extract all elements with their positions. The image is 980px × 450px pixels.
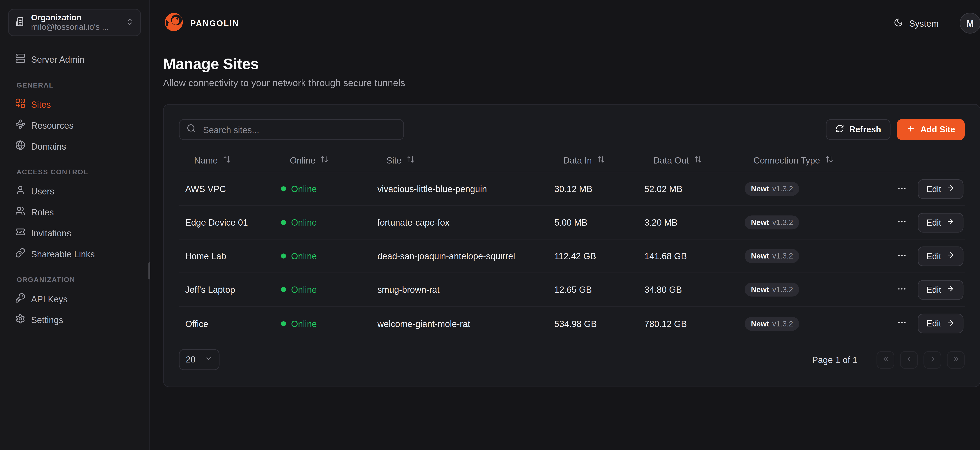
arrow-up-down-icon [321,155,329,165]
section-heading-general: GENERAL [8,80,141,90]
arrow-up-down-icon [694,155,702,165]
app-root: Organization milo@fossorial.io's ... Ser… [0,0,980,450]
sidebar-item-sites[interactable]: Sites [8,94,141,115]
sidebar-section-general: GENERAL Sites Resources [8,80,141,157]
table-row: AWS VPC Online vivacious-little-blue-pen… [179,172,965,206]
gear-icon [15,314,25,326]
sidebar-item-domains[interactable]: Domains [8,136,141,157]
site-name-cell: Home Lab [179,251,275,261]
sidebar-item-server-admin[interactable]: Server Admin [8,49,141,70]
data-in-cell: 534.98 GB [548,318,638,329]
online-status-dot [281,254,286,258]
data-out-cell: 3.20 MB [638,217,738,228]
next-page-button[interactable] [924,351,942,369]
sidebar-item-invitations[interactable]: Invitations [8,222,141,243]
site-name-cell: AWS VPC [179,184,275,194]
site-status-cell: Online [275,184,371,194]
connection-badge: Newt v1.3.2 [745,182,800,196]
data-in-cell: 30.12 MB [548,184,638,194]
theme-toggle[interactable]: System [890,17,943,30]
main-area: PANGOLIN System M Manage Sites Allow con… [150,0,980,450]
arrow-up-down-icon [597,155,605,165]
sidebar-item-resources[interactable]: Resources [8,115,141,136]
site-id-cell: fortunate-cape-fox [371,217,548,228]
connection-type-cell: Newt v1.3.2 [738,317,895,330]
ellipsis-icon [897,216,907,228]
connection-type-cell: Newt v1.3.2 [738,249,895,263]
table-footer: 20 Page 1 of 1 [179,349,965,370]
site-status-cell: Online [275,285,371,295]
user-icon [15,185,25,197]
users-icon [15,206,25,218]
chevrons-right-icon [952,355,960,365]
connection-badge: Newt v1.3.2 [745,215,800,229]
online-status-dot [281,220,286,225]
edit-button[interactable]: Edit [918,179,964,198]
sidebar-item-users[interactable]: Users [8,181,141,201]
arrow-up-down-icon [223,155,231,165]
connection-badge: Newt v1.3.2 [745,249,800,263]
sites-table: Name Online Site Data In [179,149,965,340]
site-id-cell: vivacious-little-blue-penguin [371,184,548,194]
arrow-right-icon [946,318,955,329]
sidebar-item-api-keys[interactable]: API Keys [8,288,141,309]
sidebar-item-roles[interactable]: Roles [8,201,141,222]
column-header-data-out[interactable]: Data Out [638,149,738,171]
table-row: Office Online welcome-giant-mole-rat 534… [179,307,965,340]
row-menu-button[interactable] [895,316,908,331]
data-in-cell: 12.65 GB [548,285,638,295]
online-status-dot [281,321,286,326]
org-selector-value: milo@fossorial.io's ... [31,22,120,32]
column-header-connection-type[interactable]: Connection Type [738,149,895,171]
arrow-right-icon [946,285,955,295]
table-body: AWS VPC Online vivacious-little-blue-pen… [179,172,965,340]
sites-card: Refresh Add Site Name [163,104,980,387]
search-input[interactable] [202,124,396,135]
org-selector[interactable]: Organization milo@fossorial.io's ... [8,9,141,36]
row-menu-button[interactable] [895,282,908,298]
edit-button[interactable]: Edit [918,213,964,232]
column-header-name[interactable]: Name [179,149,275,171]
table-toolbar: Refresh Add Site [179,119,965,140]
brand: PANGOLIN [163,11,239,35]
data-out-cell: 780.12 GB [638,318,738,329]
connection-badge: Newt v1.3.2 [745,282,800,296]
sidebar-item-settings[interactable]: Settings [8,309,141,330]
column-header-data-in[interactable]: Data In [548,149,638,171]
site-name-cell: Jeff's Laptop [179,285,275,295]
data-out-cell: 141.68 GB [638,251,738,261]
row-menu-button[interactable] [895,214,908,230]
row-menu-button[interactable] [895,248,908,264]
row-actions-cell: Edit [895,280,965,299]
topbar: PANGOLIN System M [150,0,980,46]
section-heading-organization: ORGANIZATION [8,274,141,285]
table-row: Edge Device 01 Online fortunate-cape-fox… [179,206,965,240]
column-header-site[interactable]: Site [371,149,548,171]
sidebar-item-shareable-links[interactable]: Shareable Links [8,243,141,265]
site-name-cell: Edge Device 01 [179,217,275,228]
first-page-button[interactable] [877,351,894,369]
edit-button[interactable]: Edit [918,246,964,266]
edit-button[interactable]: Edit [918,314,964,333]
arrow-right-icon [946,217,955,228]
last-page-button[interactable] [947,351,965,369]
sidebar-scrollbar-thumb[interactable] [148,262,150,279]
chevron-down-icon [205,355,212,364]
site-status-cell: Online [275,251,371,261]
row-menu-button[interactable] [895,181,908,197]
ellipsis-icon [897,183,907,195]
refresh-button[interactable]: Refresh [826,119,891,140]
prev-page-button[interactable] [900,351,918,369]
avatar[interactable]: M [959,13,980,34]
pangolin-logo-icon [163,11,185,35]
link-icon [15,248,25,260]
column-header-online[interactable]: Online [275,149,371,171]
online-status-dot [281,186,286,191]
site-id-cell: welcome-giant-mole-rat [371,318,548,329]
row-actions-cell: Edit [895,246,965,266]
site-status-cell: Online [275,318,371,329]
page-size-select[interactable]: 20 [179,349,220,370]
sidebar-section-access-control: ACCESS CONTROL Users Roles [8,166,141,264]
add-site-button[interactable]: Add Site [897,119,964,140]
edit-button[interactable]: Edit [918,280,964,299]
